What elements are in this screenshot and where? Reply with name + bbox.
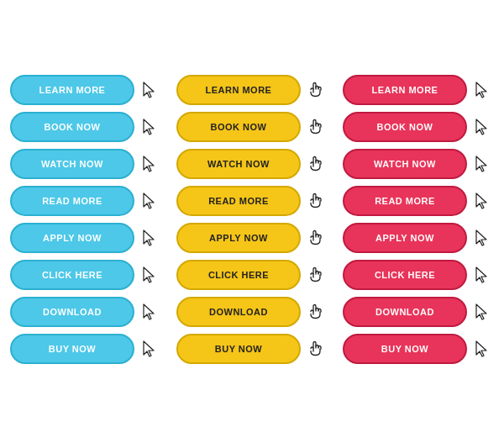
arrow-cursor-icon [470,189,494,213]
arrow-cursor-icon [470,115,494,139]
btn-wrap: LEARN MORE [176,75,328,105]
svg-marker-13 [476,267,486,282]
button-grid: LEARN MORE BOOK NOW WATCH NOW [0,58,504,381]
btn-wrap: CLICK HERE [343,260,494,290]
click-here-yellow[interactable]: CLICK HERE [176,260,301,290]
hand-cursor-icon [304,78,328,102]
btn-wrap: CLICK HERE [10,260,161,290]
btn-wrap: READ MORE [176,186,328,216]
svg-marker-12 [476,230,486,245]
btn-wrap: READ MORE [343,186,494,216]
svg-marker-2 [144,156,154,172]
btn-wrap: APPLY NOW [176,223,328,253]
download-red[interactable]: DOWNLOAD [343,297,467,327]
btn-wrap: DOWNLOAD [343,297,494,327]
btn-wrap: BOOK NOW [10,112,161,142]
buy-now-red[interactable]: BUY NOW [343,334,467,364]
arrow-cursor-icon [470,78,494,102]
svg-marker-1 [144,119,154,135]
hand-cursor-icon [304,189,328,213]
arrow-cursor-icon [138,263,161,287]
svg-marker-5 [144,267,154,282]
read-more-blue[interactable]: READ MORE [10,186,134,216]
btn-wrap: WATCH NOW [176,149,328,179]
svg-marker-3 [144,193,154,208]
btn-wrap: BUY NOW [10,334,161,364]
learn-more-yellow[interactable]: LEARN MORE [176,75,301,105]
hand-cursor-icon [304,263,328,287]
hand-cursor-icon [304,226,328,250]
arrow-cursor-icon [138,226,161,250]
arrow-cursor-icon [470,337,494,361]
btn-wrap: WATCH NOW [343,149,494,179]
buy-now-blue[interactable]: BUY NOW [10,334,134,364]
read-more-red[interactable]: READ MORE [343,186,467,216]
download-yellow[interactable]: DOWNLOAD [176,297,301,327]
click-here-blue[interactable]: CLICK HERE [10,260,134,290]
svg-marker-15 [476,341,486,356]
svg-marker-7 [144,341,154,356]
download-blue[interactable]: DOWNLOAD [10,297,134,327]
arrow-cursor-icon [470,152,494,176]
learn-more-red[interactable]: LEARN MORE [343,75,467,105]
arrow-cursor-icon [138,152,161,176]
svg-marker-9 [476,119,486,135]
arrow-cursor-icon [138,300,161,324]
svg-marker-8 [476,82,486,98]
apply-now-blue[interactable]: APPLY NOW [10,223,134,253]
btn-wrap: CLICK HERE [176,260,328,290]
btn-wrap: WATCH NOW [10,149,161,179]
column-blue: LEARN MORE BOOK NOW WATCH NOW [10,75,161,364]
hand-cursor-icon [304,337,328,361]
apply-now-red[interactable]: APPLY NOW [343,223,467,253]
svg-marker-6 [144,304,154,319]
btn-wrap: BOOK NOW [343,112,494,142]
arrow-cursor-icon [138,78,161,102]
read-more-yellow[interactable]: READ MORE [176,186,301,216]
arrow-cursor-icon [470,300,494,324]
column-yellow: LEARN MORE BOOK NOW [176,75,328,364]
btn-wrap: BUY NOW [176,334,328,364]
btn-wrap: LEARN MORE [10,75,161,105]
book-now-yellow[interactable]: BOOK NOW [176,112,301,142]
svg-marker-14 [476,304,486,319]
svg-marker-11 [476,193,486,208]
arrow-cursor-icon [470,226,494,250]
hand-cursor-icon [304,152,328,176]
hand-cursor-icon [304,300,328,324]
watch-now-red[interactable]: WATCH NOW [343,149,467,179]
btn-wrap: APPLY NOW [343,223,494,253]
btn-wrap: DOWNLOAD [176,297,328,327]
buy-now-yellow[interactable]: BUY NOW [176,334,301,364]
btn-wrap: BOOK NOW [176,112,328,142]
arrow-cursor-icon [470,263,494,287]
watch-now-yellow[interactable]: WATCH NOW [176,149,301,179]
hand-cursor-icon [304,115,328,139]
book-now-blue[interactable]: BOOK NOW [10,112,134,142]
book-now-red[interactable]: BOOK NOW [343,112,467,142]
arrow-cursor-icon [138,337,161,361]
btn-wrap: READ MORE [10,186,161,216]
learn-more-blue[interactable]: LEARN MORE [10,75,134,105]
arrow-cursor-icon [138,115,161,139]
arrow-cursor-icon [138,189,161,213]
svg-marker-10 [476,156,486,172]
btn-wrap: LEARN MORE [343,75,494,105]
apply-now-yellow[interactable]: APPLY NOW [176,223,301,253]
column-red: LEARN MORE BOOK NOW WATCH NOW [343,75,494,364]
btn-wrap: APPLY NOW [10,223,161,253]
watch-now-blue[interactable]: WATCH NOW [10,149,134,179]
click-here-red[interactable]: CLICK HERE [343,260,467,290]
btn-wrap: BUY NOW [343,334,494,364]
btn-wrap: DOWNLOAD [10,297,161,327]
svg-marker-0 [144,82,154,98]
svg-marker-4 [144,230,154,245]
